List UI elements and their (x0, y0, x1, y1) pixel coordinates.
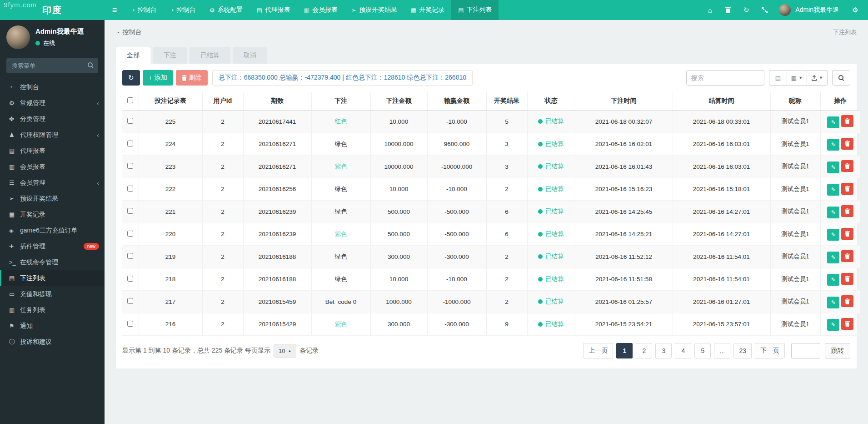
search-icon[interactable] (88, 62, 94, 68)
table-search-input[interactable] (686, 70, 764, 86)
select-all-checkbox[interactable] (127, 97, 133, 103)
edit-row-button[interactable]: ✎ (827, 184, 839, 196)
sidebar-item-15[interactable]: ⚑通知 (0, 318, 105, 334)
page-item-2[interactable]: 2 (636, 343, 652, 358)
jump-page-input[interactable] (791, 343, 820, 358)
row-checkbox[interactable] (127, 186, 133, 192)
page-item-1[interactable]: 1 (616, 343, 633, 358)
delete-row-button[interactable] (841, 318, 853, 330)
home-icon[interactable]: ⌂ (702, 0, 718, 20)
delete-row-button[interactable] (841, 273, 853, 285)
sidebar-item-3[interactable]: ♟代理权限管理‹ (0, 127, 105, 143)
sidebar-item-8[interactable]: ▦开奖记录 (0, 207, 105, 222)
delete-row-button[interactable] (841, 115, 853, 127)
sidebar-item-1[interactable]: ⚙常规管理‹ (0, 95, 105, 111)
nav-item-1[interactable]: ◔控制台 (164, 0, 203, 20)
row-checkbox[interactable] (127, 321, 133, 327)
row-checkbox[interactable] (127, 118, 133, 124)
breadcrumb-left[interactable]: 控制台 (123, 28, 142, 36)
bet-cell: 绿色 (311, 246, 370, 268)
delete-row-button[interactable] (841, 138, 853, 150)
page-item-上一页[interactable]: 上一页 (583, 343, 613, 358)
sidebar-item-4[interactable]: ▤代理报表 (0, 143, 105, 159)
sidebar-item-6[interactable]: ☰会员管理‹ (0, 175, 105, 191)
search-button[interactable] (832, 70, 850, 86)
delete-row-button[interactable] (841, 205, 853, 217)
member-report-icon: ▥ (304, 7, 309, 14)
row-checkbox[interactable] (127, 298, 133, 304)
plus-icon: + (149, 74, 152, 81)
edit-row-button[interactable]: ✎ (827, 274, 839, 286)
menu-search-input[interactable] (6, 58, 98, 73)
nav-item-6[interactable]: ▦开奖记录 (404, 0, 451, 20)
jump-button[interactable]: 跳转 (825, 343, 850, 358)
page-item-5[interactable]: 5 (694, 343, 711, 358)
row-checkbox[interactable] (127, 141, 133, 146)
export-button[interactable]: ▼ (807, 70, 828, 86)
winloss-cell: -10.000 (427, 178, 486, 201)
tab-2[interactable]: 已结算 (190, 47, 230, 64)
user-avatar[interactable] (779, 4, 791, 16)
tab-3[interactable]: 取消 (233, 47, 267, 64)
tab-1[interactable]: 下注 (153, 47, 187, 64)
row-checkbox[interactable] (127, 253, 133, 259)
bet-time-cell: 2021-06-16 16:01:43 (575, 156, 673, 178)
tab-0[interactable]: 全部 (116, 47, 150, 64)
edit-row-button[interactable]: ✎ (827, 139, 839, 151)
delete-row-button[interactable] (841, 295, 853, 307)
sidebar-item-0[interactable]: ◔控制台 (0, 79, 105, 95)
sidebar-item-12[interactable]: ▤下注列表 (0, 270, 105, 286)
nav-item-2[interactable]: ⚙系统配置 (203, 0, 250, 20)
table-row: 219220210616188绿色300.000-300.0002已结算2021… (122, 246, 860, 268)
trash-icon[interactable] (720, 0, 736, 20)
sidebar-item-10[interactable]: ✈插件管理new (0, 238, 105, 254)
page-item-23[interactable]: 23 (733, 343, 752, 358)
edit-row-button[interactable]: ✎ (827, 207, 839, 218)
column-header: 状态 (527, 92, 575, 111)
sidebar-item-5[interactable]: ▥会员报表 (0, 159, 105, 175)
navbar-username[interactable]: Admin我最牛逼 (795, 6, 839, 14)
sidebar-item-7[interactable]: ➣预设开奖结果 (0, 191, 105, 207)
nav-item-0[interactable]: ◔控制台 (125, 0, 164, 20)
pencil-icon: ✎ (831, 187, 836, 193)
amount-cell: 300.000 (370, 246, 427, 268)
delete-row-button[interactable] (841, 228, 853, 240)
detail-view-button[interactable]: ▤ (769, 70, 787, 86)
nav-item-4[interactable]: ▥会员报表 (297, 0, 344, 20)
row-checkbox[interactable] (127, 208, 133, 214)
page-item-4[interactable]: 4 (675, 343, 691, 358)
page-item-下一页[interactable]: 下一页 (755, 343, 785, 358)
sidebar-item-13[interactable]: ▭充值和提现 (0, 286, 105, 302)
history-icon[interactable]: ↻ (738, 0, 754, 20)
nav-item-5[interactable]: ➣预设开奖结果 (344, 0, 404, 20)
sidebar-toggle-icon[interactable]: ≡ (105, 0, 125, 20)
nav-item-3[interactable]: ▤代理报表 (249, 0, 297, 20)
sidebar-item-16[interactable]: ⓘ投诉和建议 (0, 334, 105, 350)
columns-button[interactable]: ▦▼ (787, 70, 807, 86)
refresh-button[interactable]: ↻ (122, 70, 140, 86)
page-item-...[interactable]: ... (714, 343, 730, 358)
sidebar-item-9[interactable]: ◈game6三方充值订单 (0, 222, 105, 238)
edit-row-button[interactable]: ✎ (827, 229, 839, 241)
row-checkbox[interactable] (127, 231, 133, 237)
row-checkbox[interactable] (127, 163, 133, 169)
row-checkbox[interactable] (127, 276, 133, 282)
sidebar-item-14[interactable]: ▥任务列表 (0, 302, 105, 318)
settings-gear-icon[interactable]: ⚙ (847, 0, 863, 20)
edit-row-button[interactable]: ✎ (827, 252, 839, 263)
edit-row-button[interactable]: ✎ (827, 297, 839, 308)
add-button[interactable]: + 添加 (143, 70, 173, 86)
delete-row-button[interactable] (841, 160, 853, 172)
nav-item-7[interactable]: ▤下注列表 (451, 0, 499, 20)
edit-row-button[interactable]: ✎ (827, 162, 839, 173)
delete-row-button[interactable] (841, 183, 853, 195)
page-item-3[interactable]: 3 (655, 343, 672, 358)
delete-row-button[interactable] (841, 250, 853, 262)
edit-row-button[interactable]: ✎ (827, 116, 839, 128)
delete-button[interactable]: 删除 (176, 70, 208, 86)
sidebar-item-11[interactable]: >_在线命令管理 (0, 254, 105, 270)
sidebar-item-2[interactable]: ✤分类管理 (0, 111, 105, 127)
fullscreen-icon[interactable] (756, 0, 773, 20)
page-size-select[interactable]: 10 ▲ (274, 344, 296, 358)
edit-row-button[interactable]: ✎ (827, 319, 839, 331)
